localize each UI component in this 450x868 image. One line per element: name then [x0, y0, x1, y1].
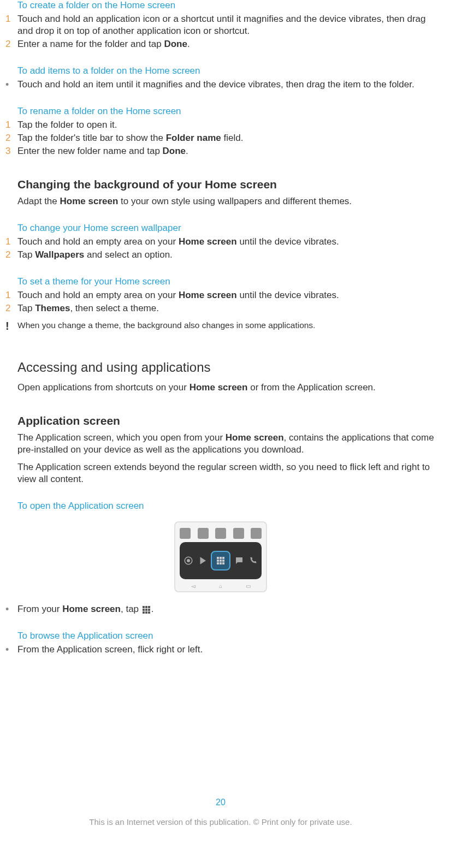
bullet-text: From the Application screen, flick right… — [17, 644, 441, 656]
step-number: 2 — [0, 38, 17, 50]
app-icon — [198, 528, 209, 539]
bold-text: Home screen — [179, 290, 237, 300]
apps-grid-button — [211, 551, 230, 570]
heading-open-app-screen: To open the Application screen — [17, 501, 441, 512]
paragraph: The Application screen, which you open f… — [17, 432, 441, 456]
bullet-icon: • — [0, 603, 17, 615]
recent-icon: ▭ — [244, 582, 252, 589]
home-icon: ⌂ — [216, 582, 225, 589]
bold-text: Done — [164, 39, 187, 49]
step: 2 Enter a name for the folder and tap Do… — [0, 38, 441, 50]
step-text: Tap the folder's title bar to show the F… — [17, 132, 441, 144]
phone-nav-bar: ◅ ⌂ ▭ — [180, 582, 262, 589]
bold-text: Home screen — [62, 604, 121, 614]
bullet-icon: • — [0, 79, 17, 91]
step-text: Tap Wallpapers and select an option. — [17, 249, 441, 261]
bullet-icon: • — [0, 644, 17, 656]
bullet-row: • From your Home screen, tap . — [0, 603, 441, 615]
text: Tap — [17, 249, 35, 260]
heading-changing-bg: Changing the background of your Home scr… — [17, 178, 441, 191]
heading-create-folder: To create a folder on the Home screen — [17, 0, 441, 11]
bold-text: Home screen — [179, 236, 237, 247]
text: field. — [221, 133, 244, 143]
paragraph: Open applications from shortcuts on your… — [17, 382, 441, 394]
step-text: Touch and hold an empty area on your Hom… — [17, 289, 441, 301]
text: until the device vibrates. — [237, 290, 339, 300]
step-number: 1 — [0, 13, 17, 37]
bold-text: Wallpapers — [35, 249, 84, 260]
text: Enter the new folder name and tap — [17, 146, 163, 156]
step-number: 1 — [0, 119, 17, 131]
bold-text: Folder name — [166, 133, 221, 143]
app-icon — [180, 528, 191, 539]
step-text: Enter the new folder name and tap Done. — [17, 145, 441, 157]
play-store-icon — [197, 555, 208, 566]
heading-browse-app-screen: To browse the Application screen — [17, 631, 441, 641]
app-icon — [251, 528, 262, 539]
text: . — [187, 39, 190, 49]
heading-app-screen: Application screen — [17, 414, 441, 427]
message-icon — [234, 555, 245, 566]
step-number: 2 — [0, 132, 17, 144]
text: Adapt the — [17, 196, 60, 206]
grid-icon — [217, 557, 224, 564]
bold-text: Home screen — [226, 432, 284, 443]
bold-text: Home screen — [190, 382, 248, 393]
step: 2 Tap the folder's title bar to show the… — [0, 132, 441, 144]
phone-icon — [247, 555, 258, 566]
step-text: Touch and hold an empty area on your Hom… — [17, 236, 441, 248]
bold-text: Home screen — [60, 196, 119, 206]
text: until the device vibrates. — [237, 236, 339, 247]
paragraph: The Application screen extends beyond th… — [17, 461, 441, 485]
step: 2 Tap Themes, then select a theme. — [0, 302, 441, 314]
svg-point-1 — [187, 559, 190, 562]
heading-accessing-apps: Accessing and using applications — [17, 360, 441, 375]
bold-text: Themes — [35, 303, 70, 313]
text: Touch and hold an empty area on your — [17, 290, 179, 300]
text: Enter a name for the folder and tap — [17, 39, 164, 49]
step: 1 Touch and hold an empty area on your H… — [0, 236, 441, 248]
heading-add-items: To add items to a folder on the Home scr… — [17, 66, 441, 76]
heading-rename-folder: To rename a folder on the Home screen — [17, 106, 441, 117]
step-text: Touch and hold an application icon or a … — [17, 13, 441, 37]
step-number: 1 — [0, 289, 17, 301]
phone-dock — [180, 542, 262, 579]
step: 3 Enter the new folder name and tap Done… — [0, 145, 441, 157]
step-text: Enter a name for the folder and tap Done… — [17, 38, 441, 50]
step-number: 3 — [0, 145, 17, 157]
app-icon — [233, 528, 244, 539]
paragraph: Adapt the Home screen to your own style … — [17, 195, 441, 207]
apps-grid-icon — [143, 606, 150, 614]
step: 1 Touch and hold an application icon or … — [0, 13, 441, 37]
footer-text: This is an Internet version of this publ… — [0, 817, 441, 827]
phone-mockup: ◅ ⌂ ▭ — [174, 521, 267, 592]
chrome-icon — [183, 555, 194, 566]
bullet-text: From your Home screen, tap . — [17, 603, 441, 615]
step: 2 Tap Wallpapers and select an option. — [0, 249, 441, 261]
back-icon: ◅ — [189, 582, 198, 589]
note-text: When you change a theme, the background … — [17, 320, 441, 332]
note-icon: ! — [0, 320, 17, 332]
text: Tap the folder's title bar to show the — [17, 133, 166, 143]
phone-top-icons — [180, 528, 262, 539]
text: or from the Application screen. — [247, 382, 375, 393]
text: From your — [17, 604, 62, 614]
step: 1 Tap the folder to open it. — [0, 119, 441, 131]
heading-change-wallpaper: To change your Home screen wallpaper — [17, 223, 441, 234]
step-number: 2 — [0, 302, 17, 314]
text: Tap — [17, 303, 35, 313]
step: 1 Touch and hold an empty area on your H… — [0, 289, 441, 301]
text: , then select a theme. — [70, 303, 159, 313]
step-number: 2 — [0, 249, 17, 261]
text: to your own style using wallpapers and d… — [118, 196, 352, 206]
page-number: 20 — [0, 798, 441, 807]
step-text: Tap Themes, then select a theme. — [17, 302, 441, 314]
text: , tap — [121, 604, 141, 614]
app-icon — [215, 528, 226, 539]
bullet-row: • Touch and hold an item until it magnif… — [0, 79, 441, 91]
text: Touch and hold an empty area on your — [17, 236, 179, 247]
step-text: Tap the folder to open it. — [17, 119, 441, 131]
heading-set-theme: To set a theme for your Home screen — [17, 276, 441, 287]
bullet-row: • From the Application screen, flick rig… — [0, 644, 441, 656]
phone-illustration: ◅ ⌂ ▭ — [0, 521, 441, 592]
